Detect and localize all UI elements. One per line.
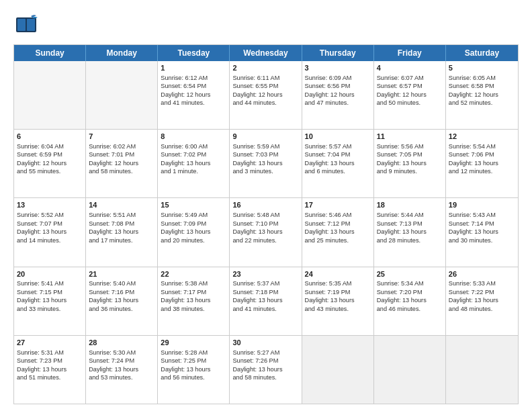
calendar-cell: 12Sunrise: 5:54 AMSunset: 7:06 PMDayligh… (446, 130, 518, 197)
logo-icon (13, 12, 39, 38)
day-info-line: Sunrise: 6:05 AM (449, 74, 515, 82)
day-info-line: and 46 minutes. (377, 305, 443, 313)
day-info-line: Sunrise: 5:31 AM (17, 349, 83, 357)
day-info-line: Sunset: 7:16 PM (89, 288, 154, 296)
day-info-line: Sunrise: 5:51 AM (89, 211, 154, 219)
day-info-line: Daylight: 12 hours (377, 91, 443, 99)
page: SundayMondayTuesdayWednesdayThursdayFrid… (0, 0, 532, 411)
day-info-line: Daylight: 13 hours (449, 228, 515, 236)
calendar-week: 27Sunrise: 5:31 AMSunset: 7:23 PMDayligh… (14, 336, 518, 404)
day-number: 27 (17, 338, 83, 348)
day-info-line: Sunrise: 5:35 AM (305, 279, 371, 287)
calendar-day-header: Monday (86, 45, 158, 61)
day-info-line: Sunrise: 6:12 AM (161, 74, 226, 82)
day-info-line: Sunset: 7:06 PM (449, 150, 515, 158)
day-info-line: and 41 minutes. (232, 305, 298, 313)
day-info-line: and 1 minute. (161, 167, 226, 175)
calendar-cell: 8Sunrise: 6:00 AMSunset: 7:02 PMDaylight… (158, 130, 230, 197)
calendar-day-header: Wednesday (230, 45, 302, 61)
day-number: 22 (161, 269, 226, 279)
calendar-cell: 20Sunrise: 5:41 AMSunset: 7:15 PMDayligh… (14, 267, 86, 335)
calendar-cell: 25Sunrise: 5:34 AMSunset: 7:20 PMDayligh… (374, 267, 446, 335)
calendar-cell: 30Sunrise: 5:27 AMSunset: 7:26 PMDayligh… (230, 336, 302, 404)
day-info-line: Sunrise: 6:02 AM (89, 142, 154, 150)
day-info-line: Daylight: 13 hours (232, 365, 298, 373)
day-info-line: Sunset: 6:54 PM (161, 82, 226, 90)
day-info-line: and 9 minutes. (377, 167, 443, 175)
day-info-line: Sunset: 7:04 PM (305, 150, 371, 158)
day-info-line: Sunrise: 5:56 AM (377, 142, 443, 150)
day-info-line: Daylight: 13 hours (161, 228, 226, 236)
day-info-line: and 56 minutes. (161, 373, 226, 381)
calendar-cell: 29Sunrise: 5:28 AMSunset: 7:25 PMDayligh… (158, 336, 230, 404)
calendar-cell (302, 336, 374, 404)
day-number: 2 (232, 63, 298, 73)
calendar-day-header: Thursday (302, 45, 374, 61)
calendar-cell: 7Sunrise: 6:02 AMSunset: 7:01 PMDaylight… (86, 130, 158, 197)
day-number: 18 (377, 200, 443, 210)
calendar-cell: 14Sunrise: 5:51 AMSunset: 7:08 PMDayligh… (86, 198, 158, 266)
day-number: 13 (17, 200, 83, 210)
day-info-line: Daylight: 12 hours (305, 91, 371, 99)
day-info-line: Sunset: 7:09 PM (161, 220, 226, 228)
day-number: 12 (449, 132, 515, 142)
day-info-line: Daylight: 12 hours (17, 159, 83, 167)
day-number: 15 (161, 200, 226, 210)
day-number: 24 (305, 269, 371, 279)
day-number: 11 (377, 132, 443, 142)
calendar-cell: 11Sunrise: 5:56 AMSunset: 7:05 PMDayligh… (374, 130, 446, 197)
calendar-cell: 9Sunrise: 5:59 AMSunset: 7:03 PMDaylight… (230, 130, 302, 197)
day-info-line: Sunset: 6:58 PM (449, 82, 515, 90)
day-info-line: Sunset: 7:02 PM (161, 150, 226, 158)
day-info-line: and 25 minutes. (305, 236, 371, 244)
calendar-cell: 10Sunrise: 5:57 AMSunset: 7:04 PMDayligh… (302, 130, 374, 197)
day-info-line: Sunset: 7:12 PM (305, 220, 371, 228)
calendar-cell: 22Sunrise: 5:38 AMSunset: 7:17 PMDayligh… (158, 267, 230, 335)
day-number: 10 (305, 132, 371, 142)
day-info-line: Daylight: 13 hours (377, 159, 443, 167)
day-info-line: Daylight: 13 hours (377, 296, 443, 304)
day-info-line: Sunset: 7:01 PM (89, 150, 154, 158)
day-number: 25 (377, 269, 443, 279)
day-info-line: Daylight: 13 hours (232, 228, 298, 236)
day-info-line: and 3 minutes. (232, 167, 298, 175)
calendar-cell: 18Sunrise: 5:44 AMSunset: 7:13 PMDayligh… (374, 198, 446, 266)
day-info-line: Sunset: 7:17 PM (161, 288, 226, 296)
day-info-line: and 55 minutes. (17, 167, 83, 175)
day-info-line: and 6 minutes. (305, 167, 371, 175)
calendar-cell: 15Sunrise: 5:49 AMSunset: 7:09 PMDayligh… (158, 198, 230, 266)
day-info-line: and 36 minutes. (89, 305, 154, 313)
calendar-cell: 23Sunrise: 5:37 AMSunset: 7:18 PMDayligh… (230, 267, 302, 335)
calendar-week: 13Sunrise: 5:52 AMSunset: 7:07 PMDayligh… (14, 198, 518, 267)
svg-rect-1 (17, 19, 26, 31)
day-info-line: Sunrise: 6:04 AM (17, 142, 83, 150)
day-info-line: and 51 minutes. (17, 373, 83, 381)
day-info-line: Daylight: 13 hours (232, 159, 298, 167)
day-info-line: Sunset: 7:08 PM (89, 220, 154, 228)
day-info-line: Sunset: 7:03 PM (232, 150, 298, 158)
day-info-line: Sunrise: 5:46 AM (305, 211, 371, 219)
calendar-cell: 6Sunrise: 6:04 AMSunset: 6:59 PMDaylight… (14, 130, 86, 197)
day-info-line: Daylight: 13 hours (449, 296, 515, 304)
day-info-line: Sunset: 7:23 PM (17, 357, 83, 365)
day-info-line: and 12 minutes. (449, 167, 515, 175)
calendar-day-header: Tuesday (158, 45, 230, 61)
day-number: 9 (232, 132, 298, 142)
day-number: 19 (449, 200, 515, 210)
day-info-line: Daylight: 13 hours (161, 365, 226, 373)
day-info-line: Sunset: 7:22 PM (449, 288, 515, 296)
calendar-cell: 1Sunrise: 6:12 AMSunset: 6:54 PMDaylight… (158, 61, 230, 129)
day-info-line: Sunrise: 5:57 AM (305, 142, 371, 150)
calendar-cell: 16Sunrise: 5:48 AMSunset: 7:10 PMDayligh… (230, 198, 302, 266)
day-number: 8 (161, 132, 226, 142)
day-info-line: Sunset: 7:13 PM (377, 220, 443, 228)
day-info-line: Sunrise: 5:37 AM (232, 279, 298, 287)
day-info-line: Sunrise: 5:41 AM (17, 279, 83, 287)
day-info-line: and 48 minutes. (449, 305, 515, 313)
day-info-line: Daylight: 13 hours (161, 159, 226, 167)
day-info-line: Daylight: 13 hours (449, 159, 515, 167)
day-info-line: Sunrise: 5:54 AM (449, 142, 515, 150)
day-info-line: Daylight: 13 hours (232, 296, 298, 304)
day-info-line: Sunrise: 5:28 AM (161, 349, 226, 357)
day-number: 28 (89, 338, 154, 348)
